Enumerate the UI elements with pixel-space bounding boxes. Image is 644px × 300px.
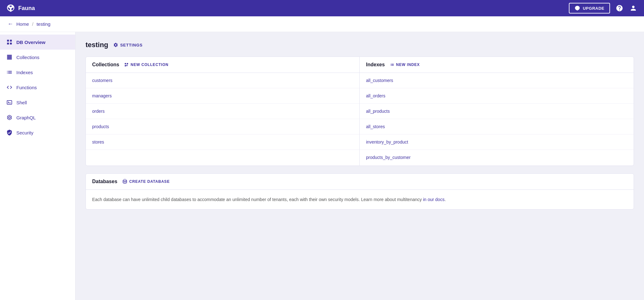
list-item-empty — [86, 150, 359, 166]
back-button[interactable]: ← — [8, 21, 13, 27]
breadcrumb-separator: / — [32, 21, 33, 27]
new-index-label: NEW INDEX — [396, 63, 420, 67]
main-layout: DB Overview Collections Indexes Function… — [0, 32, 644, 300]
sidebar: DB Overview Collections Indexes Function… — [0, 32, 75, 300]
list-item[interactable]: all_orders — [360, 88, 634, 104]
new-collection-label: NEW COLLECTION — [130, 63, 169, 67]
collections-panel-header: Collections NEW COLLECTION — [86, 57, 359, 73]
main-content: testing SETTINGS Collections NEW CO — [75, 32, 644, 300]
account-button[interactable] — [629, 4, 638, 13]
upgrade-button[interactable]: UPGRADE — [569, 3, 610, 14]
page-header: testing SETTINGS — [86, 41, 634, 49]
breadcrumb: ← Home / testing — [0, 16, 644, 32]
indexes-panel: Indexes NEW INDEX all_customers all_orde… — [360, 57, 634, 166]
app-name: Fauna — [18, 5, 35, 12]
collections-panel: Collections NEW COLLECTION customers man… — [86, 57, 360, 166]
databases-description: Each database can have unlimited child d… — [92, 196, 627, 203]
databases-title: Databases — [92, 179, 117, 184]
settings-icon — [113, 42, 118, 47]
list-item[interactable]: orders — [86, 104, 359, 119]
help-icon — [616, 4, 623, 12]
list-item[interactable]: all_products — [360, 104, 634, 119]
list-item[interactable]: inventory_by_product — [360, 134, 634, 150]
sidebar-item-security[interactable]: Security — [0, 125, 75, 140]
new-collection-icon — [124, 63, 129, 67]
databases-header: Databases CREATE DATABASE — [86, 174, 634, 190]
breadcrumb-home[interactable]: Home — [16, 21, 29, 27]
new-collection-button[interactable]: NEW COLLECTION — [124, 63, 169, 67]
logo-area: Fauna — [6, 4, 35, 13]
upgrade-icon — [575, 5, 580, 11]
sidebar-functions-label: Functions — [16, 85, 37, 90]
fauna-logo-icon — [6, 4, 15, 13]
list-item[interactable]: managers — [86, 88, 359, 104]
list-item[interactable]: all_customers — [360, 73, 634, 88]
code-icon — [6, 84, 13, 90]
help-button[interactable] — [615, 4, 624, 13]
grid-icon — [6, 39, 13, 45]
indexes-panel-header: Indexes NEW INDEX — [360, 57, 634, 73]
new-index-icon — [390, 63, 394, 67]
sidebar-item-graphql[interactable]: GraphQL — [0, 110, 75, 125]
sidebar-security-label: Security — [16, 130, 33, 135]
sidebar-indexes-label: Indexes — [16, 70, 33, 75]
security-icon — [6, 129, 13, 136]
create-db-icon — [122, 179, 127, 184]
sidebar-item-indexes[interactable]: Indexes — [0, 65, 75, 80]
collections-title: Collections — [92, 62, 119, 68]
sidebar-db-overview-label: DB Overview — [16, 40, 46, 45]
settings-label: SETTINGS — [120, 43, 142, 47]
indexes-title: Indexes — [366, 62, 385, 68]
sidebar-graphql-label: GraphQL — [16, 115, 36, 120]
sidebar-item-shell[interactable]: Shell — [0, 95, 75, 110]
list-item[interactable]: all_stores — [360, 119, 634, 134]
create-database-label: CREATE DATABASE — [129, 179, 170, 184]
top-nav: Fauna UPGRADE — [0, 0, 644, 16]
list-item[interactable]: customers — [86, 73, 359, 88]
list-icon — [6, 69, 13, 75]
page-title: testing — [86, 41, 108, 49]
list-item[interactable]: products_by_customer — [360, 150, 634, 165]
sidebar-collections-label: Collections — [16, 55, 39, 60]
collections-indexes-panel: Collections NEW COLLECTION customers man… — [86, 57, 634, 166]
sidebar-item-functions[interactable]: Functions — [0, 80, 75, 95]
terminal-icon — [6, 99, 13, 106]
settings-link[interactable]: SETTINGS — [113, 42, 142, 47]
breadcrumb-current: testing — [36, 21, 50, 27]
sidebar-shell-label: Shell — [16, 100, 27, 105]
new-index-button[interactable]: NEW INDEX — [390, 63, 420, 67]
create-database-button[interactable]: CREATE DATABASE — [122, 179, 170, 184]
account-icon — [630, 4, 637, 12]
table-icon — [6, 54, 13, 60]
sidebar-item-collections[interactable]: Collections — [0, 50, 75, 65]
databases-body: Each database can have unlimited child d… — [86, 190, 634, 209]
nav-right: UPGRADE — [569, 3, 638, 14]
graphql-icon — [6, 114, 13, 121]
list-item[interactable]: stores — [86, 134, 359, 150]
databases-section: Databases CREATE DATABASE Each database … — [86, 173, 634, 210]
sidebar-item-db-overview[interactable]: DB Overview — [0, 35, 75, 50]
list-item[interactable]: products — [86, 119, 359, 134]
docs-link[interactable]: in our docs — [423, 197, 444, 202]
